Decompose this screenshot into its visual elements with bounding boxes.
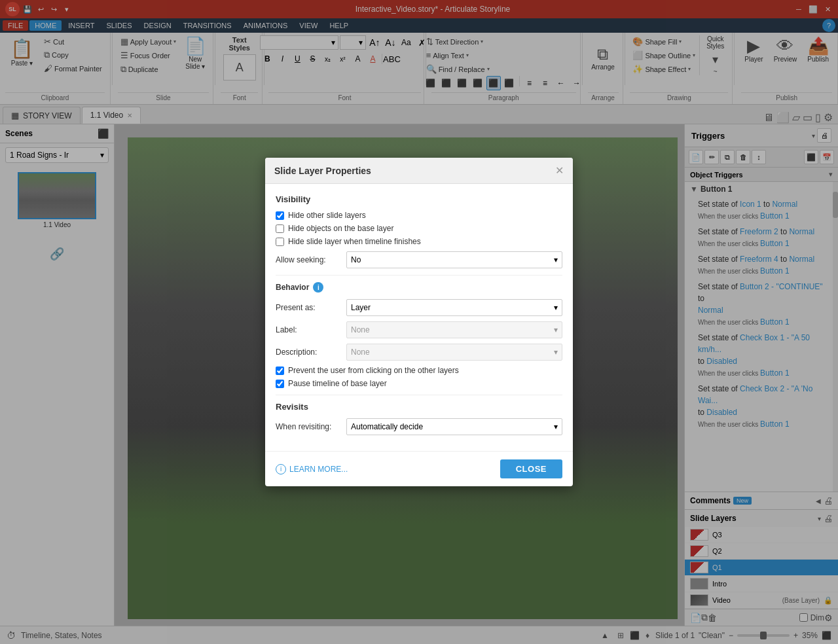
modal-divider-2 [276,395,562,395]
hide-when-timeline-checkbox[interactable] [276,238,284,246]
behavior-info-icon[interactable]: i [313,282,323,293]
behavior-title-text: Behavior [276,283,309,292]
prevent-click-label: Prevent the user from clicking on the ot… [288,366,459,375]
allow-seeking-select[interactable]: No ▾ [346,251,562,268]
allow-seeking-row: Allow seeking: No ▾ [276,251,562,268]
modal-close-button[interactable]: CLOSE [500,459,562,478]
hide-other-layers-row: Hide other slide layers [276,211,562,220]
when-revisiting-row: When revisiting: Automatically decide ▾ [276,418,562,435]
hide-other-layers-label: Hide other slide layers [288,211,366,220]
when-revisiting-arrow: ▾ [554,422,558,431]
label-field-label: Label: [276,325,341,334]
allow-seeking-arrow: ▾ [554,255,558,264]
hide-when-timeline-row: Hide slide layer when timeline finishes [276,237,562,246]
modal-title: Slide Layer Properties [274,166,371,176]
pause-timeline-checkbox[interactable] [276,380,284,388]
description-label: Description: [276,348,341,357]
allow-seeking-label: Allow seeking: [276,255,341,264]
present-as-arrow: ▾ [554,303,558,312]
present-as-row: Present as: Layer ▾ [276,299,562,316]
modal-body: Visibility Hide other slide layers Hide … [265,184,573,451]
modal-overlay: Slide Layer Properties ✕ Visibility Hide… [0,0,838,644]
modal-close-btn[interactable]: ✕ [555,164,564,177]
modal-header: Slide Layer Properties ✕ [265,158,573,184]
modal-divider-1 [276,275,562,276]
pause-timeline-row: Pause timeline of base layer [276,379,562,388]
label-value: None [351,325,370,334]
modal-footer: i LEARN MORE... CLOSE [265,451,573,486]
present-as-select[interactable]: Layer ▾ [346,299,562,316]
hide-when-timeline-label: Hide slide layer when timeline finishes [288,237,421,246]
hide-objects-base-label: Hide objects on the base layer [288,224,393,233]
slide-layer-properties-modal: Slide Layer Properties ✕ Visibility Hide… [265,158,573,486]
label-row: Label: None ▾ [276,321,562,338]
learn-more-label: LEARN MORE... [289,465,348,474]
present-as-label: Present as: [276,303,341,312]
prevent-click-row: Prevent the user from clicking on the ot… [276,366,562,375]
revisits-section-title: Revisits [276,402,562,412]
description-arrow: ▾ [554,348,558,357]
pause-timeline-label: Pause timeline of base layer [288,379,387,388]
allow-seeking-value: No [351,255,361,264]
behavior-section-title: Behavior i [276,282,562,293]
prevent-click-checkbox[interactable] [276,367,284,375]
learn-more-link[interactable]: i LEARN MORE... [276,464,348,474]
description-row: Description: None ▾ [276,344,562,361]
when-revisiting-label: When revisiting: [276,422,341,431]
visibility-section-title: Visibility [276,194,562,204]
when-revisiting-value: Automatically decide [351,422,423,431]
present-as-value: Layer [351,303,371,312]
label-arrow: ▾ [554,325,558,334]
hide-other-layers-checkbox[interactable] [276,211,284,220]
learn-more-icon: i [276,464,286,474]
hide-objects-base-row: Hide objects on the base layer [276,224,562,233]
description-select[interactable]: None ▾ [346,344,562,361]
label-select[interactable]: None ▾ [346,321,562,338]
when-revisiting-select[interactable]: Automatically decide ▾ [346,418,562,435]
description-value: None [351,348,370,357]
hide-objects-base-checkbox[interactable] [276,224,284,233]
